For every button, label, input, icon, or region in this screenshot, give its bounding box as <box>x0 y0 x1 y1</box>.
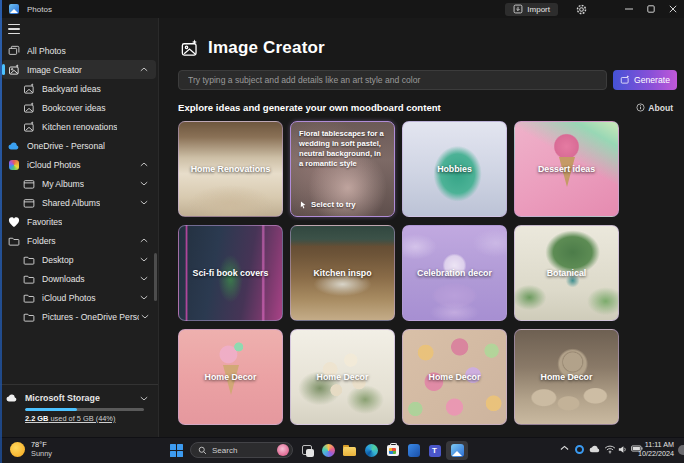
sidebar-item-shared-albums[interactable]: Shared Albums <box>2 193 156 212</box>
sidebar-item-desktop[interactable]: Desktop <box>2 250 156 269</box>
volume-icon[interactable] <box>618 445 628 454</box>
image-creator-icon <box>22 82 35 95</box>
sidebar-item-label: Pictures - OneDrive Personal <box>42 312 139 322</box>
card-label: Celebration decor <box>413 268 496 278</box>
tray-app-icon[interactable] <box>575 445 584 454</box>
chevron-up-icon[interactable] <box>138 238 150 243</box>
sidebar-item-my-albums[interactable]: My Albums <box>2 174 156 193</box>
weather-widget[interactable]: 78°F Sunny <box>10 441 52 458</box>
chevron-down-icon[interactable] <box>138 295 150 300</box>
chevron-up-icon[interactable] <box>138 67 150 72</box>
sidebar-item-label: Favorites <box>27 217 62 227</box>
wifi-icon[interactable] <box>604 445 616 454</box>
idea-card-floral-prompt[interactable]: Floral tablescapes for a wedding in soft… <box>290 121 395 217</box>
clock[interactable]: 11:11 AM 10/22/2024 <box>638 441 674 458</box>
idea-card-botanical[interactable]: Botanical <box>514 225 619 321</box>
album-icon <box>22 196 35 209</box>
import-icon <box>513 4 523 14</box>
sidebar-item-label: All Photos <box>27 46 66 56</box>
sidebar-item-label: iCloud Photos <box>27 160 81 170</box>
file-explorer-icon[interactable] <box>342 443 357 458</box>
sidebar-item-all-photos[interactable]: All Photos <box>2 41 156 60</box>
close-button[interactable] <box>662 0 684 18</box>
start-button[interactable] <box>170 444 183 457</box>
clock-date: 10/22/2024 <box>638 450 674 459</box>
phone-link-icon[interactable] <box>406 443 421 458</box>
chevron-down-icon[interactable] <box>138 181 150 186</box>
taskbar-search[interactable]: Search <box>190 442 293 458</box>
idea-card-celebration-decor[interactable]: Celebration decor <box>402 225 507 321</box>
sidebar-item-label: OneDrive - Personal <box>27 141 105 151</box>
idea-card-kitchen-inspo[interactable]: Kitchen inspo <box>290 225 395 321</box>
info-icon <box>636 103 645 112</box>
image-creator-icon <box>22 101 35 114</box>
cloud-icon <box>5 392 18 405</box>
sidebar-item-bookcover-ideas[interactable]: Bookcover ideas <box>2 98 156 117</box>
onedrive-cloud-icon <box>7 139 20 152</box>
sidebar-item-label: Downloads <box>42 274 85 284</box>
chevron-down-icon[interactable] <box>139 314 150 319</box>
notification-icon[interactable] <box>678 445 684 455</box>
card-label: Home Decor <box>537 372 597 382</box>
cursor-icon <box>299 201 307 209</box>
edge-browser-icon[interactable] <box>364 443 379 458</box>
sidebar-item-onedrive-personal[interactable]: OneDrive - Personal <box>2 136 156 155</box>
card-label: Botanical <box>543 268 591 278</box>
prompt-input[interactable] <box>178 70 607 90</box>
idea-card-scifi-book-covers[interactable]: Sci-fi book covers <box>178 225 283 321</box>
menu-hamburger-icon[interactable] <box>8 24 20 34</box>
sidebar-item-label: Bookcover ideas <box>42 103 106 113</box>
main-content: Image Creator Generate Explore ideas and… <box>158 18 684 438</box>
sidebar-item-icloud-photos[interactable]: iCloud Photos <box>2 155 156 174</box>
sidebar-item-pictures-onedrive[interactable]: Pictures - OneDrive Personal <box>2 307 156 326</box>
sidebar-divider <box>0 384 158 385</box>
settings-gear-icon[interactable] <box>572 2 590 16</box>
idea-card-home-decor-4[interactable]: Home Decor <box>514 329 619 425</box>
chevron-down-icon[interactable] <box>138 200 150 205</box>
chevron-up-icon[interactable] <box>138 162 150 167</box>
generate-button[interactable]: Generate <box>613 70 677 90</box>
teams-icon[interactable]: T <box>427 443 442 458</box>
idea-card-home-decor-2[interactable]: Home Decor <box>290 329 395 425</box>
storage-usage-link[interactable]: 2.2 GB used of 5 GB (44%) <box>25 414 144 423</box>
sidebar-item-downloads[interactable]: Downloads <box>2 269 156 288</box>
chevron-down-icon[interactable] <box>138 276 150 281</box>
task-view-icon[interactable] <box>300 443 315 458</box>
idea-card-home-decor-3[interactable]: Home Decor <box>402 329 507 425</box>
sidebar-item-backyard-ideas[interactable]: Backyard ideas <box>2 79 156 98</box>
onedrive-tray-icon[interactable] <box>589 445 601 453</box>
sidebar-item-image-creator[interactable]: Image Creator <box>2 60 156 79</box>
idea-card-home-decor-1[interactable]: Home Decor <box>178 329 283 425</box>
folder-icon <box>22 310 35 323</box>
sidebar-item-favorites[interactable]: Favorites <box>2 212 156 231</box>
chevron-down-icon[interactable] <box>138 257 150 262</box>
storage-progress-bar <box>25 408 144 411</box>
sidebar-item-label: Folders <box>27 236 56 246</box>
minimize-button[interactable] <box>618 0 640 18</box>
folder-icon <box>22 272 35 285</box>
about-button[interactable]: About <box>636 103 673 113</box>
import-button[interactable]: Import <box>505 3 558 16</box>
sidebar-item-kitchen-renovations[interactable]: Kitchen renovations <box>2 117 156 136</box>
sidebar-item-folders[interactable]: Folders <box>2 231 156 250</box>
all-photos-icon <box>7 44 20 57</box>
sidebar-item-label: Image Creator <box>27 65 82 75</box>
idea-card-hobbies[interactable]: Hobbies <box>402 121 507 217</box>
folder-icon <box>7 234 20 247</box>
sun-icon <box>10 442 25 457</box>
photos-taskbar-icon[interactable] <box>446 441 468 460</box>
storage-header[interactable]: Microsoft Storage <box>0 390 158 406</box>
tray-chevron-up-icon[interactable] <box>560 445 569 451</box>
search-highlight-icon[interactable] <box>277 444 289 456</box>
chevron-down-icon[interactable] <box>138 396 150 401</box>
idea-card-home-renovations[interactable]: Home Renovations <box>178 121 283 217</box>
copilot-icon[interactable] <box>321 443 336 458</box>
idea-card-dessert-ideas[interactable]: Dessert ideas <box>514 121 619 217</box>
maximize-button[interactable] <box>640 0 662 18</box>
sidebar-item-icloud-photos-folder[interactable]: iCloud Photos <box>2 288 156 307</box>
sidebar-item-label: My Albums <box>42 179 84 189</box>
prompt-row: Generate <box>178 70 677 90</box>
sidebar-scrollbar[interactable] <box>154 253 157 301</box>
search-placeholder: Search <box>212 446 277 455</box>
microsoft-store-icon[interactable] <box>385 443 400 458</box>
